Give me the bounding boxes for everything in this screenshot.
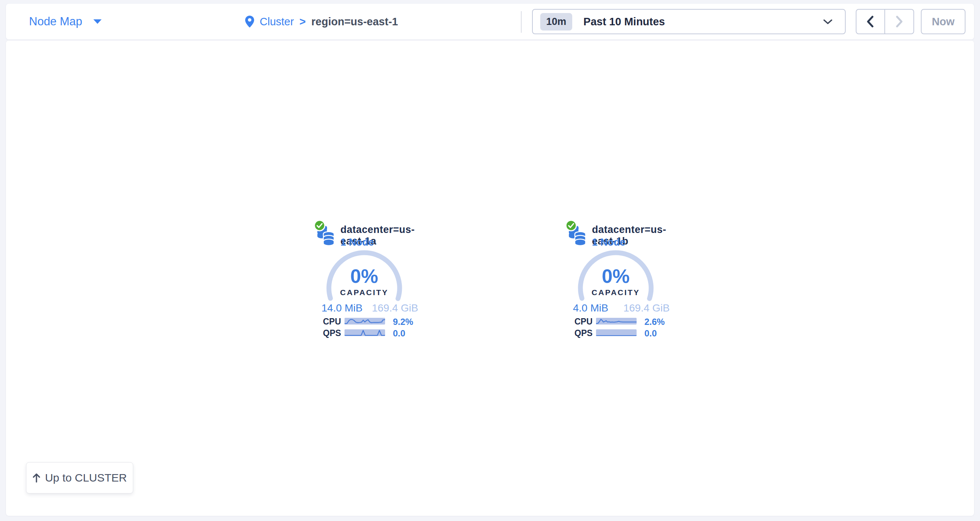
arrow-up-icon xyxy=(32,473,41,483)
up-to-cluster-button[interactable]: Up to CLUSTER xyxy=(26,462,133,494)
breadcrumb: Cluster > region=us-east-1 xyxy=(245,4,398,40)
time-range-dropdown[interactable]: 10m Past 10 Minutes xyxy=(532,9,846,34)
cpu-value: 9.2% xyxy=(393,317,414,327)
cpu-label: CPU xyxy=(323,317,341,327)
caret-down-icon xyxy=(93,19,102,24)
node-map-page: Node Map Cluster > region=us-east-1 10m … xyxy=(0,0,980,521)
qps-value: 0.0 xyxy=(644,328,657,339)
capacity-percent: 0% xyxy=(350,266,378,287)
datacenter-node-count: 1 Node xyxy=(592,237,625,248)
qps-label: QPS xyxy=(574,328,593,338)
breadcrumb-separator: > xyxy=(299,16,306,28)
check-circle-icon xyxy=(565,220,577,231)
view-selector-dropdown[interactable]: Node Map xyxy=(29,4,102,40)
check-circle-icon xyxy=(313,220,326,231)
datacenter-card-us-east-1b[interactable]: datacenter=us-east-1b 1 Node 0% CAPACITY… xyxy=(562,216,674,341)
breadcrumb-link-cluster[interactable]: Cluster xyxy=(260,16,294,28)
capacity-values: 4.0 MiB 169.4 GiB xyxy=(573,302,670,314)
cpu-value: 2.6% xyxy=(644,317,665,327)
capacity-values: 14.0 MiB 169.4 GiB xyxy=(321,302,418,314)
chevron-down-icon xyxy=(823,19,832,25)
time-range-badge: 10m xyxy=(540,13,572,30)
datacenter-card-us-east-1a[interactable]: datacenter=us-east-1a 1 Node 0% CAPACITY… xyxy=(311,216,422,341)
capacity-used: 4.0 MiB xyxy=(573,302,608,314)
cpu-sparkline xyxy=(596,318,636,325)
chevron-left-icon xyxy=(866,16,874,27)
map-pin-icon xyxy=(245,16,254,27)
node-map-canvas xyxy=(6,41,974,516)
cpu-label: CPU xyxy=(574,317,593,327)
chevron-right-icon xyxy=(895,16,904,27)
breadcrumb-current-region: region=us-east-1 xyxy=(312,16,398,28)
time-step-buttons xyxy=(856,9,914,34)
now-button[interactable]: Now xyxy=(921,9,966,34)
cpu-sparkline xyxy=(345,318,385,325)
capacity-title: CAPACITY xyxy=(340,288,388,297)
topbar-divider xyxy=(521,11,522,33)
view-selector-label: Node Map xyxy=(29,15,82,28)
capacity-total: 169.4 GiB xyxy=(372,302,418,314)
datacenter-node-count: 1 Node xyxy=(340,237,374,248)
time-prev-button[interactable] xyxy=(856,10,885,33)
up-to-cluster-label: Up to CLUSTER xyxy=(45,472,127,484)
time-next-button[interactable] xyxy=(885,10,914,33)
capacity-total: 169.4 GiB xyxy=(623,302,670,314)
qps-value: 0.0 xyxy=(393,328,405,339)
capacity-used: 14.0 MiB xyxy=(321,302,363,314)
top-bar: Node Map Cluster > region=us-east-1 10m … xyxy=(6,4,974,40)
capacity-percent: 0% xyxy=(601,266,630,287)
qps-sparkline xyxy=(596,329,636,336)
time-range-label: Past 10 Minutes xyxy=(583,16,665,28)
qps-label: QPS xyxy=(323,328,341,338)
capacity-title: CAPACITY xyxy=(592,288,640,297)
qps-sparkline xyxy=(345,329,385,336)
